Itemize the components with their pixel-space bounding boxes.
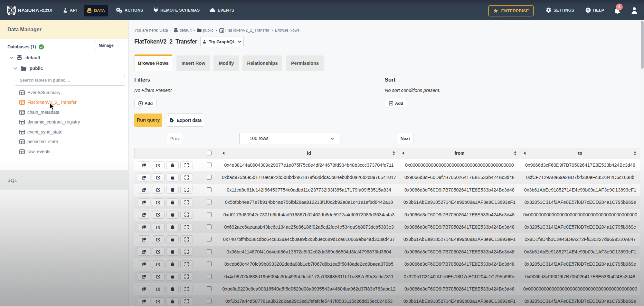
svg-text:λ: λ <box>10 8 13 13</box>
svg-text:?: ? <box>587 8 590 13</box>
